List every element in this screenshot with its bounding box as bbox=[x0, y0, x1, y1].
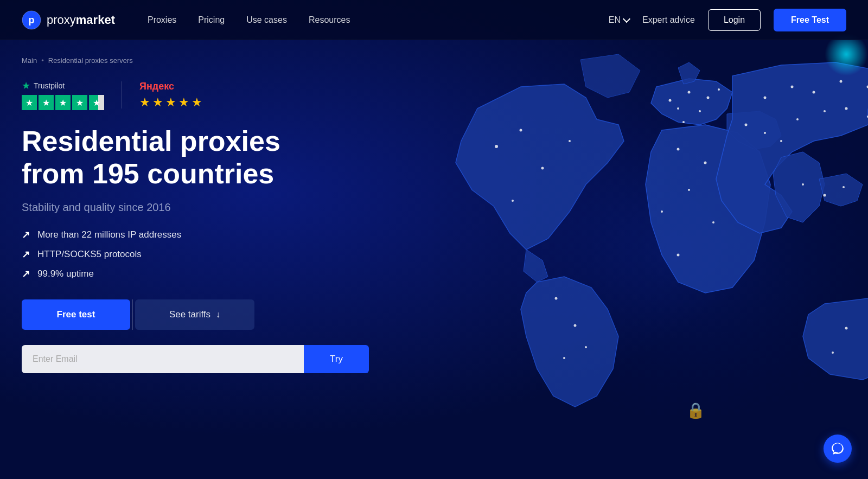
feature-list: ↗ More than 22 millions IP addresses ↗ H… bbox=[22, 229, 846, 280]
trustpilot-label: ★ Trustpilot bbox=[22, 80, 104, 92]
trustpilot-stars: ★ ★ ★ ★ ★ bbox=[22, 95, 104, 110]
cta-divider bbox=[132, 299, 133, 330]
free-test-nav-button[interactable]: Free Test bbox=[774, 9, 846, 31]
breadcrumb-current: Residential proxies servers bbox=[48, 56, 133, 65]
chat-widget[interactable] bbox=[824, 435, 852, 463]
yandex-label: Яндекс bbox=[139, 81, 202, 92]
breadcrumb: Main • Residential proxies servers bbox=[22, 56, 846, 65]
language-selector[interactable]: EN bbox=[609, 15, 629, 25]
trustpilot-area: ★ Trustpilot ★ ★ ★ ★ ★ bbox=[22, 80, 104, 110]
logo-icon: p bbox=[22, 10, 41, 30]
nav-link-use-cases[interactable]: Use cases bbox=[246, 15, 287, 25]
ratings-divider bbox=[122, 81, 122, 108]
arrow-icon-1: ↗ bbox=[22, 229, 30, 241]
see-tariffs-button[interactable]: See tariffs ↓ bbox=[135, 299, 254, 330]
email-form: Try bbox=[22, 345, 369, 373]
chat-icon bbox=[831, 442, 845, 456]
navbar: p proxymarket Proxies Pricing Use cases … bbox=[0, 0, 868, 40]
arrow-icon-3: ↗ bbox=[22, 268, 30, 280]
down-arrow-icon: ↓ bbox=[216, 310, 220, 320]
logo[interactable]: p proxymarket bbox=[22, 10, 115, 30]
main-content: Main • Residential proxies servers ★ Tru… bbox=[0, 40, 868, 373]
nav-right: EN Expert advice Login Free Test bbox=[609, 9, 846, 31]
ratings-row: ★ Trustpilot ★ ★ ★ ★ ★ Яндекс ★ ★ ★ ★ ★ bbox=[22, 80, 846, 110]
login-button[interactable]: Login bbox=[708, 9, 761, 31]
yandex-area: Яндекс ★ ★ ★ ★ ★ bbox=[139, 81, 202, 110]
chevron-down-icon bbox=[624, 18, 629, 22]
try-button[interactable]: Try bbox=[304, 345, 369, 373]
breadcrumb-separator: • bbox=[41, 56, 44, 65]
nav-links: Proxies Pricing Use cases Resources bbox=[148, 15, 609, 25]
feature-item-1: ↗ More than 22 millions IP addresses bbox=[22, 229, 846, 241]
email-input[interactable] bbox=[22, 345, 304, 373]
arrow-icon-2: ↗ bbox=[22, 248, 30, 260]
cta-row: Free test See tariffs ↓ bbox=[22, 299, 846, 330]
svg-text:p: p bbox=[29, 15, 35, 25]
logo-text: proxymarket bbox=[47, 13, 115, 27]
feature-item-2: ↗ HTTP/SOCKS5 protocols bbox=[22, 248, 846, 260]
nav-link-resources[interactable]: Resources bbox=[309, 15, 350, 25]
hero-title: Residential proxies from 195 countries bbox=[22, 125, 347, 190]
yandex-stars: ★ ★ ★ ★ ★ bbox=[139, 95, 202, 110]
hero-subtitle: Stability and quality since 2016 bbox=[22, 201, 846, 214]
feature-item-3: ↗ 99.9% uptime bbox=[22, 268, 846, 280]
nav-link-pricing[interactable]: Pricing bbox=[198, 15, 225, 25]
free-test-cta-button[interactable]: Free test bbox=[22, 299, 130, 330]
lock-icon: 🔒 bbox=[686, 401, 705, 419]
nav-link-proxies[interactable]: Proxies bbox=[148, 15, 176, 25]
expert-advice-link[interactable]: Expert advice bbox=[642, 15, 695, 25]
breadcrumb-home[interactable]: Main bbox=[22, 56, 37, 65]
